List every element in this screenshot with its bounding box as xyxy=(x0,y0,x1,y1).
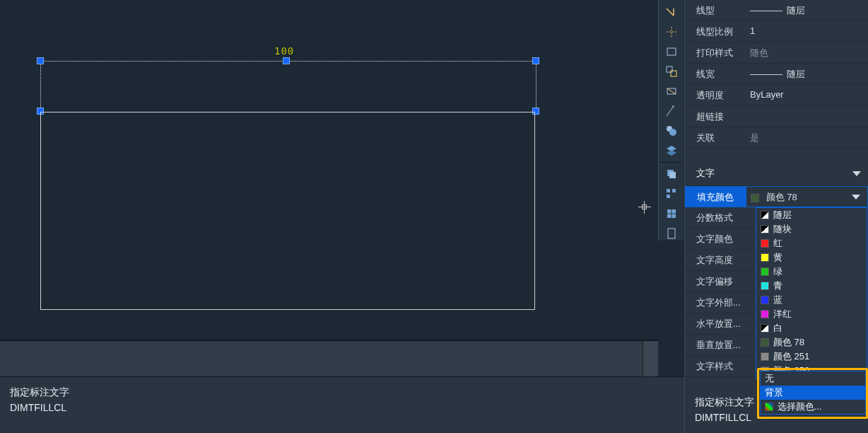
property-label: 超链接 xyxy=(685,106,746,127)
property-label: 分数格式 xyxy=(685,207,746,228)
property-row[interactable]: 水平放置... xyxy=(685,313,868,335)
property-label: 线型比例 xyxy=(685,21,746,42)
property-row[interactable]: 透明度ByLayer xyxy=(685,85,868,106)
property-value-text: 随层 xyxy=(787,69,805,79)
property-row[interactable]: 关联是 xyxy=(685,127,868,149)
command-history[interactable] xyxy=(0,340,658,376)
property-row[interactable]: 文字高度 xyxy=(685,250,868,271)
tool-sheet-icon[interactable] xyxy=(660,224,683,243)
property-row[interactable]: 垂直放置... xyxy=(685,335,868,356)
crosshair-cursor xyxy=(638,201,651,214)
svg-point-5 xyxy=(669,129,676,136)
property-label: 线型 xyxy=(685,0,746,21)
property-value[interactable]: 随色 xyxy=(746,42,868,63)
property-label: 文字高度 xyxy=(685,250,746,270)
property-label: 填充颜色 xyxy=(686,187,746,207)
property-value[interactable]: ByLayer xyxy=(746,85,868,105)
property-row[interactable]: 超链接 xyxy=(685,106,868,127)
property-value[interactable] xyxy=(746,271,868,291)
property-value[interactable] xyxy=(746,335,868,355)
section-header-text[interactable]: 文字 xyxy=(685,161,868,186)
drawing-canvas[interactable]: ⟋ ⟋ 100 xyxy=(0,0,658,340)
property-row[interactable]: 分数格式 xyxy=(685,207,868,229)
dropdown-item-background[interactable]: 背景 xyxy=(761,386,865,400)
svg-rect-9 xyxy=(672,189,676,192)
property-label: 水平放置... xyxy=(685,313,746,334)
scrollbar[interactable] xyxy=(643,341,658,378)
collapse-icon xyxy=(852,171,861,176)
property-value-text: 颜色 78 xyxy=(766,192,797,202)
tool-hatch-icon[interactable] xyxy=(660,122,683,140)
property-label: 垂直放置... xyxy=(685,335,746,355)
tool-move-icon[interactable] xyxy=(660,62,683,81)
linetype-sample-icon xyxy=(750,74,782,75)
property-label: 透明度 xyxy=(685,85,746,105)
linetype-sample-icon xyxy=(750,11,782,11)
dropdown-item-none[interactable]: 无 xyxy=(761,371,865,386)
command-line-text: DIMTFILLCL xyxy=(10,400,674,415)
fill-color-extra-dropdown[interactable]: 无 背景 选择颜色... xyxy=(760,371,866,415)
svg-rect-0 xyxy=(667,48,676,55)
property-label: 关联 xyxy=(685,127,746,148)
property-value-text: ByLayer xyxy=(750,89,784,100)
property-label: 打印样式 xyxy=(685,42,746,63)
tool-layers-icon[interactable] xyxy=(660,142,683,160)
tool-rectangle-icon[interactable] xyxy=(660,42,683,61)
property-row[interactable]: 线宽随层 xyxy=(685,64,868,85)
svg-rect-2 xyxy=(671,71,676,76)
dropdown-item-select-color[interactable]: 选择颜色... xyxy=(761,400,865,414)
property-value-text: 是 xyxy=(750,132,759,143)
properties-panel: 线型随层线型比例1打印样式随色线宽随层透明度ByLayer超链接关联是 文字 填… xyxy=(684,0,868,433)
tool-stretch-icon[interactable] xyxy=(660,82,683,100)
property-label: 文字偏移 xyxy=(685,271,746,291)
property-value[interactable] xyxy=(746,250,868,270)
property-label: 文字样式 xyxy=(685,356,746,376)
svg-rect-7 xyxy=(669,172,676,178)
property-value[interactable]: 随层 xyxy=(746,64,868,84)
command-line[interactable]: 指定标注文字 DIMTFILLCL xyxy=(0,376,684,433)
property-value[interactable]: 1 xyxy=(746,21,868,42)
property-label: 文字外部... xyxy=(685,292,746,313)
svg-rect-8 xyxy=(667,189,670,192)
property-value-text: 1 xyxy=(750,25,755,36)
grip[interactable] xyxy=(283,57,290,64)
svg-rect-1 xyxy=(667,67,672,72)
property-value[interactable] xyxy=(746,106,868,127)
grip[interactable] xyxy=(532,57,539,64)
property-value[interactable] xyxy=(746,292,868,313)
property-row[interactable]: 文字偏移 xyxy=(685,271,868,292)
property-row[interactable]: 文字外部... xyxy=(685,292,868,313)
tool-scale-icon[interactable] xyxy=(660,102,683,120)
property-value[interactable]: 随层 xyxy=(746,0,868,21)
extension-line-left xyxy=(40,61,41,112)
tool-block-icon[interactable] xyxy=(660,204,683,223)
property-value[interactable]: 是 xyxy=(746,127,868,148)
tool-array-icon[interactable] xyxy=(660,185,683,203)
svg-rect-12 xyxy=(668,229,675,238)
property-value-text: 随层 xyxy=(787,5,805,16)
property-row[interactable]: 线型比例1 xyxy=(685,21,868,42)
property-value-text: 随色 xyxy=(750,47,768,58)
property-row[interactable]: 文字颜色 xyxy=(685,229,868,250)
property-row[interactable]: 线型随层 xyxy=(685,0,868,21)
property-value[interactable] xyxy=(746,313,868,334)
dimension-value[interactable]: 100 xyxy=(274,45,294,57)
property-row[interactable]: 打印样式随色 xyxy=(685,42,868,64)
svg-rect-10 xyxy=(667,195,670,198)
modify-toolbar xyxy=(658,0,684,241)
dropdown-icon[interactable] xyxy=(852,195,860,200)
tool-extend-icon[interactable] xyxy=(660,3,683,21)
color-wheel-icon xyxy=(765,403,773,411)
property-value[interactable] xyxy=(746,229,868,249)
tool-copy-icon[interactable] xyxy=(660,165,683,183)
tool-trim-icon[interactable] xyxy=(660,23,683,41)
property-row-fill-color[interactable]: 填充颜色 颜色 78 xyxy=(685,186,868,207)
property-label: 文字颜色 xyxy=(685,229,746,249)
command-line-text: 指定标注文字 xyxy=(10,384,674,400)
property-value[interactable] xyxy=(746,207,868,228)
property-value[interactable]: 颜色 78 xyxy=(746,187,867,207)
rectangle-entity[interactable] xyxy=(40,112,535,310)
grip[interactable] xyxy=(37,57,44,64)
property-label: 线宽 xyxy=(685,64,746,84)
section-title: 文字 xyxy=(696,167,715,180)
